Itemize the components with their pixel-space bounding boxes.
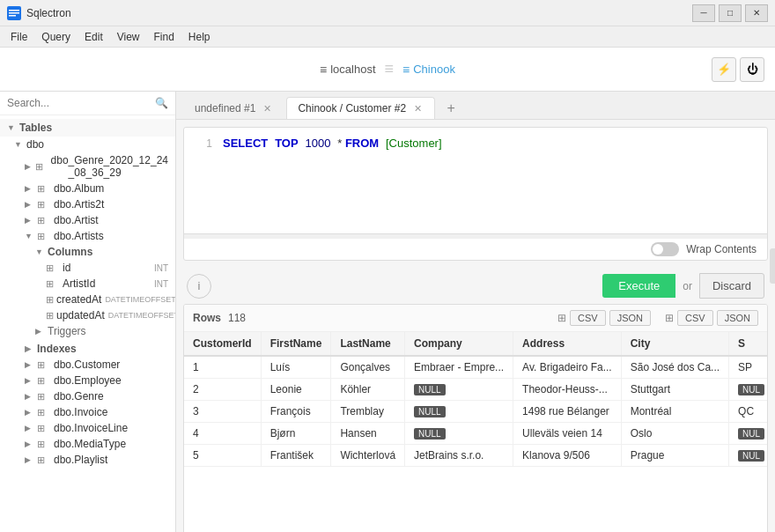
main-content: undefined #1 ✕ Chinook / Customer #2 ✕ +…	[176, 92, 775, 532]
table-icon-artists: ⊞	[37, 231, 51, 242]
artist-arrow: ▶	[25, 216, 37, 225]
cell-company: NULL	[405, 423, 513, 445]
playlist-arrow: ▶	[25, 455, 37, 464]
num-1000: 1000	[305, 137, 330, 150]
table-icon-artist: ⊞	[37, 215, 51, 226]
cell-id: 3	[184, 401, 261, 423]
info-button[interactable]: i	[187, 274, 211, 299]
cell-city: Montréal	[621, 401, 728, 423]
export-csv-2[interactable]: CSV	[677, 310, 713, 326]
tab-customer2[interactable]: Chinook / Customer #2 ✕	[286, 97, 435, 119]
col-customerid: CustomerId	[184, 332, 261, 356]
tables-label: Tables	[19, 122, 168, 134]
export-json-1[interactable]: JSON	[609, 310, 651, 326]
sidebar-item-genre2020[interactable]: ▶ ⊞ dbo_Genre_2020_12_24 _08_36_29	[0, 152, 175, 181]
cell-lastname: Wichterlová	[331, 445, 405, 467]
export-csv-1[interactable]: CSV	[570, 310, 606, 326]
genre2020-arrow: ▶	[25, 162, 35, 171]
kw-from: FROM	[345, 137, 379, 150]
sidebar-item-artists[interactable]: ▼ ⊞ dbo.Artists	[0, 228, 175, 244]
null-badge: NUL	[738, 384, 764, 395]
sidebar-item-invoiceline[interactable]: ▶ ⊞ dbo.InvoiceLine	[0, 420, 175, 436]
tab-customer2-close[interactable]: ✕	[411, 102, 424, 115]
menu-view[interactable]: View	[110, 29, 147, 45]
tbl-customer: [Customer]	[386, 137, 442, 150]
wrap-contents-toggle[interactable]	[651, 242, 679, 256]
table-row: 1 Luís Gonçalves Embraer - Empre... Av. …	[184, 356, 767, 379]
sidebar-item-mediatype[interactable]: ▶ ⊞ dbo.MediaType	[0, 436, 175, 452]
tables-section[interactable]: ▼ Tables	[0, 119, 175, 137]
invoice-arrow: ▶	[25, 408, 37, 417]
columns-arrow: ▼	[35, 248, 48, 256]
execute-button[interactable]: Execute	[602, 274, 675, 298]
column-id[interactable]: ⊞ id INT	[0, 260, 175, 276]
artis2t-arrow: ▶	[25, 200, 37, 209]
column-createdat[interactable]: ⊞ createdAt DATETIMEOFFSET	[0, 292, 175, 307]
cell-address: Av. Brigadeiro Fa...	[513, 356, 622, 379]
refresh-button[interactable]: ⚡	[712, 57, 736, 82]
col-address: Address	[513, 332, 622, 356]
menu-help[interactable]: Help	[181, 29, 218, 45]
sidebar-item-artist[interactable]: ▶ ⊞ dbo.Artist	[0, 212, 175, 228]
connection-separator: ≡	[385, 60, 395, 78]
disconnect-button[interactable]: ⏻	[740, 57, 764, 82]
column-updatedat[interactable]: ⊞ updatedAt DATETIMEOFFSET	[0, 307, 175, 323]
discard-button[interactable]: Discard	[699, 273, 764, 299]
titlebar: Sqlectron ─ □ ✕	[0, 0, 775, 26]
table-icon-invoice: ⊞	[37, 407, 51, 418]
sidebar-item-album[interactable]: ▶ ⊞ dbo.Album	[0, 181, 175, 196]
indexes-arrow: ▶	[25, 344, 37, 353]
add-tab-button[interactable]: +	[440, 98, 461, 119]
minimize-button[interactable]: ─	[692, 4, 715, 22]
cell-state: NUL	[729, 379, 767, 401]
wrap-row: Wrap Contents	[184, 239, 767, 260]
results-tbody: 1 Luís Gonçalves Embraer - Empre... Av. …	[184, 356, 767, 467]
cell-firstname: François	[261, 401, 331, 423]
cell-city: São José dos Ca...	[621, 356, 728, 379]
artists-arrow: ▼	[25, 232, 37, 240]
tabs-bar: undefined #1 ✕ Chinook / Customer #2 ✕ +	[176, 92, 775, 120]
search-icon[interactable]: 🔍	[155, 97, 168, 109]
null-badge: NULL	[414, 428, 446, 440]
table-icon-employee: ⊞	[37, 375, 51, 387]
cell-address: Klanova 9/506	[513, 445, 622, 467]
sidebar-item-customer[interactable]: ▶ ⊞ dbo.Customer	[0, 357, 175, 373]
indexes-section[interactable]: ▶ Indexes	[0, 339, 175, 357]
null-badge: NUL	[738, 428, 764, 440]
columns-section[interactable]: ▼ Columns	[0, 244, 175, 260]
sidebar-item-invoice[interactable]: ▶ ⊞ dbo.Invoice	[0, 404, 175, 420]
tab-undefined1[interactable]: undefined #1 ✕	[183, 97, 284, 119]
maximize-button[interactable]: □	[719, 4, 742, 22]
menu-edit[interactable]: Edit	[78, 29, 110, 45]
menu-file[interactable]: File	[4, 29, 34, 45]
dbo-group[interactable]: ▼ dbo	[0, 137, 175, 152]
tab-undefined1-close[interactable]: ✕	[261, 102, 273, 115]
close-button[interactable]: ✕	[745, 4, 768, 22]
cell-id: 4	[184, 423, 261, 445]
cell-lastname: Gonçalves	[331, 356, 405, 379]
refresh-icon: ⚡	[717, 63, 731, 76]
power-icon: ⏻	[747, 63, 758, 76]
export-json-2[interactable]: JSON	[717, 310, 758, 326]
database-label[interactable]: ≡ Chinook	[402, 63, 455, 77]
menu-query[interactable]: Query	[34, 29, 78, 45]
menu-find[interactable]: Find	[147, 29, 181, 45]
sidebar-item-employee[interactable]: ▶ ⊞ dbo.Employee	[0, 373, 175, 388]
cell-state: NUL	[729, 423, 767, 445]
sidebar-item-artis2t[interactable]: ▶ ⊞ dbo.Artis2t	[0, 196, 175, 212]
sidebar-item-playlist[interactable]: ▶ ⊞ dbo.Playlist	[0, 452, 175, 468]
table-icon-artis2t: ⊞	[37, 199, 51, 211]
results-table-container[interactable]: CustomerId FirstName LastName Company Ad…	[184, 332, 767, 532]
triggers-section[interactable]: ▶ Triggers	[0, 323, 175, 339]
cell-company: NULL	[405, 401, 513, 423]
sidebar-item-genre[interactable]: ▶ ⊞ dbo.Genre	[0, 388, 175, 404]
customer-arrow: ▶	[25, 360, 37, 369]
table-icon-customer: ⊞	[37, 359, 51, 371]
column-artistid[interactable]: ⊞ ArtistId INT	[0, 276, 175, 292]
search-input[interactable]	[7, 97, 151, 109]
code-editor[interactable]: 1 SELECT TOP 1000 * FROM [Customer]	[184, 128, 767, 233]
sidebar-tree: ▼ Tables ▼ dbo ▶ ⊞ dbo_Genre_2020_12_24 …	[0, 115, 175, 532]
cell-state: SP	[729, 356, 767, 379]
table-row: 4 Bjørn Hansen NULL Ulleväls veien 14 Os…	[184, 423, 767, 445]
cell-address: Ulleväls veien 14	[513, 423, 622, 445]
